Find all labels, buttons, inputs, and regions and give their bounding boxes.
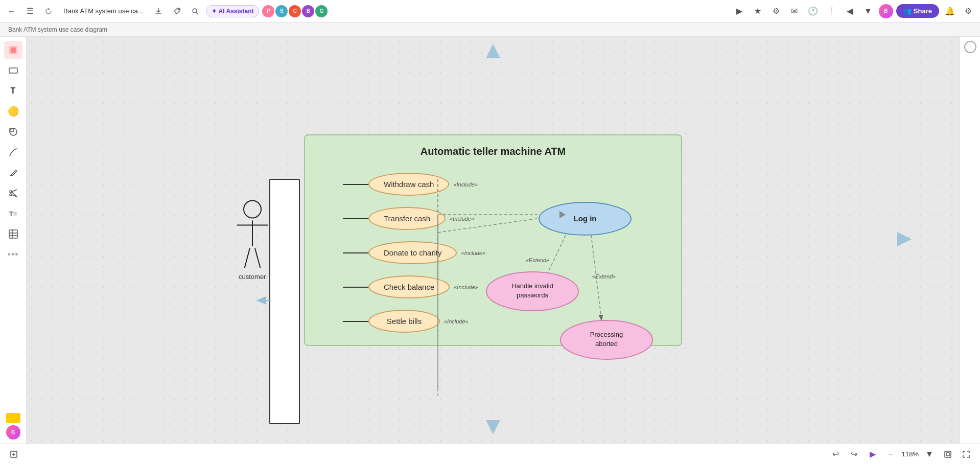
cursor-button[interactable]: ▶	[865, 447, 880, 462]
use-case-row-2: Donate to charity «Include»	[343, 241, 669, 264]
use-case-donate-charity[interactable]: Donate to charity	[368, 241, 457, 264]
ai-assistant-button[interactable]: ✦ AI Assistant	[206, 5, 260, 17]
user-avatar[interactable]: B	[879, 4, 893, 18]
uc-line-2	[343, 252, 368, 253]
use-case-settle-bills[interactable]: Settle bills	[368, 310, 440, 333]
nav-arrow-right[interactable]	[893, 229, 914, 251]
stick-leg-left	[244, 248, 250, 268]
include-label-3: «Include»	[454, 284, 478, 290]
avatar-1: P	[262, 5, 274, 17]
svg-rect-5	[9, 68, 17, 73]
undo-button[interactable]: ↩	[828, 447, 844, 462]
info-button[interactable]: i	[964, 41, 976, 53]
svg-point-1	[193, 9, 197, 13]
zoom-dropdown-button[interactable]: ▼	[922, 447, 937, 462]
use-cases-area: Withdraw cash «Include» Transfer cash «I…	[317, 168, 669, 333]
share-label: Share	[914, 7, 932, 15]
sidebar-icon-text[interactable]: T	[4, 82, 22, 100]
share-button[interactable]: 👥 Share	[896, 4, 939, 18]
toolbar-icon-8[interactable]: ▼	[860, 4, 876, 19]
toolbar-icon-3[interactable]: ⚙	[768, 4, 784, 19]
toolbar-icon-2[interactable]: ★	[750, 4, 765, 19]
svg-point-0	[178, 9, 179, 10]
notification-button[interactable]: 🔔	[942, 4, 958, 19]
use-case-row-3: Check balance «Include»	[343, 275, 669, 298]
diagram-container: Automatic teller machine ATM customer	[304, 134, 682, 346]
uc-line-0	[343, 184, 368, 185]
zoom-fit-button[interactable]	[940, 447, 955, 462]
nav-arrow-down[interactable]	[483, 416, 503, 438]
sidebar-icon-table[interactable]	[4, 225, 22, 243]
nav-arrow-up[interactable]	[483, 42, 503, 64]
atm-box: Automatic teller machine ATM customer	[304, 134, 682, 346]
svg-line-2	[196, 12, 198, 14]
svg-text:aborted: aborted	[595, 340, 618, 347]
avatar-4: B	[302, 5, 314, 17]
use-case-row-1: Transfer cash «Include»	[343, 207, 669, 230]
bottom-toolbar: ↩ ↪ ▶ − 118% ▼	[0, 444, 980, 464]
stick-head	[243, 200, 262, 219]
tag-button[interactable]	[169, 4, 184, 19]
toolbar-icon-7[interactable]: ◀	[842, 4, 857, 19]
include-label-1: «Include»	[450, 216, 474, 222]
breadcrumb: Bank ATM system use case diagram	[0, 22, 980, 37]
search-button[interactable]	[188, 4, 203, 19]
sidebar-icon-pencil[interactable]	[4, 164, 22, 182]
uc-line-4	[343, 321, 368, 322]
connection-box	[269, 179, 300, 424]
stick-leg-right	[254, 248, 261, 268]
use-case-withdraw-cash[interactable]: Withdraw cash	[368, 173, 449, 196]
include-label-0: «Include»	[453, 181, 478, 188]
refresh-button[interactable]	[41, 4, 56, 19]
bottom-left	[6, 447, 21, 462]
svg-point-8	[10, 191, 12, 193]
sidebar-icon-note[interactable]: 🟡	[4, 102, 22, 121]
svg-marker-17	[486, 44, 500, 58]
sidebar-icon-more[interactable]: •••	[4, 245, 22, 264]
back-button[interactable]: ←	[4, 4, 19, 19]
canvas-area[interactable]: Automatic teller machine ATM customer	[27, 37, 960, 444]
sidebar-icon-palette[interactable]	[4, 41, 22, 59]
stick-body	[252, 221, 253, 246]
avatar-3: C	[289, 5, 301, 17]
toolbar-icon-4[interactable]: ✉	[787, 4, 802, 19]
stick-arms	[237, 225, 268, 226]
svg-marker-19	[897, 232, 912, 246]
use-case-row-4: Settle bills «Include»	[343, 310, 669, 333]
svg-rect-4	[11, 48, 16, 53]
add-page-button[interactable]	[6, 447, 21, 462]
menu-button[interactable]: ☰	[22, 4, 38, 19]
toolbar-left: ← ☰ Bank ATM system use ca...	[4, 4, 730, 19]
right-sidebar: i	[960, 37, 980, 444]
sidebar-icon-rectangle[interactable]	[4, 61, 22, 80]
download-button[interactable]	[151, 4, 166, 19]
redo-button[interactable]: ↪	[847, 447, 862, 462]
sidebar-icon-textformat[interactable]: T≡	[4, 204, 22, 223]
fullscreen-button[interactable]	[959, 447, 974, 462]
main-layout: T 🟡 T≡	[0, 37, 980, 444]
use-case-check-balance[interactable]: Check balance	[368, 275, 450, 298]
toolbar-icon-5[interactable]: 🕐	[805, 4, 821, 19]
zoom-level: 118%	[902, 450, 919, 458]
use-case-transfer-cash[interactable]: Transfer cash	[368, 207, 446, 230]
uc-line-3	[343, 287, 368, 288]
sidebar-user-avatar[interactable]: B	[6, 425, 20, 439]
collaborator-avatars: P S C B G	[262, 5, 328, 17]
svg-marker-18	[486, 420, 500, 434]
uc-line-1	[343, 218, 368, 219]
toolbar-icon-1[interactable]: ▶	[732, 4, 747, 19]
sidebar-icon-shapes[interactable]	[4, 123, 22, 141]
bottom-right: ↩ ↪ ▶ − 118% ▼	[828, 447, 974, 462]
settings-button[interactable]: ⚙	[961, 4, 976, 19]
top-toolbar: ← ☰ Bank ATM system use ca...	[0, 0, 980, 22]
customer-label: customer	[239, 273, 266, 281]
toolbar-icon-6[interactable]: ⎰	[824, 4, 839, 19]
sidebar-icon-scissors[interactable]	[4, 184, 22, 202]
share-icon: 👥	[903, 7, 912, 15]
toolbar-separator	[333, 6, 333, 16]
zoom-out-button[interactable]: −	[883, 447, 899, 462]
svg-point-9	[10, 194, 12, 196]
color-swatch[interactable]	[6, 413, 20, 423]
sidebar-icon-pen[interactable]	[4, 143, 22, 161]
atm-title: Automatic teller machine ATM	[317, 146, 669, 157]
